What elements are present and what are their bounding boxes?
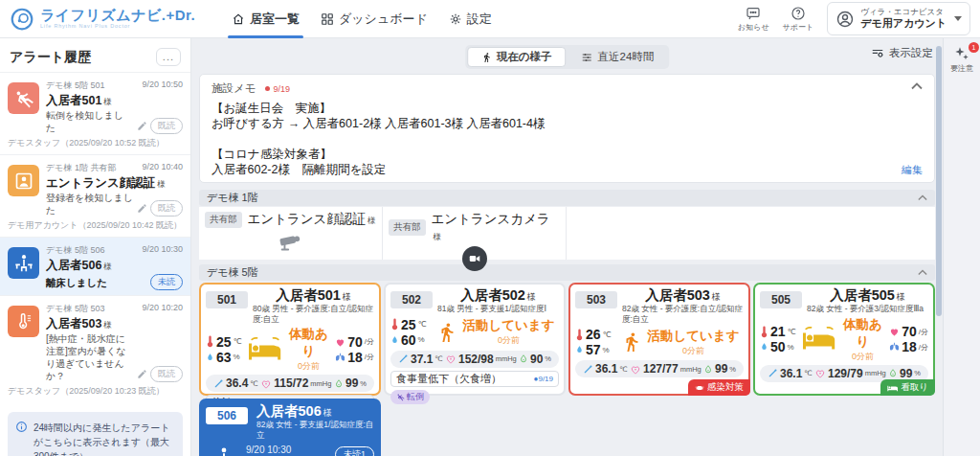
alert-more-button[interactable]: ...: [156, 48, 181, 66]
account-name: デモ用アカウント: [860, 17, 947, 31]
memo-title: 施設メモ: [212, 81, 256, 96]
activity-status: 体動あり: [287, 326, 330, 360]
bed-icon: [887, 384, 898, 392]
logo-subtitle: Life Rhythm Navi Plus Doctor: [40, 24, 195, 30]
user-circle-icon: [835, 10, 855, 29]
attention-button[interactable]: 1 要注意: [950, 46, 973, 74]
read-status-badge: 既読: [150, 118, 183, 134]
view-24h-button[interactable]: 直近24時間: [568, 47, 667, 67]
resident-profile: 82歳 女性 - 要支援1/認知症度:自立: [256, 420, 374, 440]
room-number-badge: 503: [575, 291, 617, 308]
resident-profile: 82歳 女性 - 要介護度:自立/認知症度:自立: [622, 304, 744, 324]
spo2-droplet-icon: [888, 368, 898, 378]
alert-item-face-entrance[interactable]: デモ棟 1階 共有部9/20 10:40 エントランス顔認証様 登録者を検知しま…: [0, 154, 190, 237]
info-circle-icon: [15, 421, 28, 456]
alert-location: デモ棟 5階 506: [46, 244, 104, 257]
walking-icon: [621, 329, 642, 355]
logo-title: ライフリズムナビ.+Dr.: [40, 8, 195, 22]
floor5-header: デモ棟 5階: [199, 264, 935, 281]
memo-date: 9/19: [274, 84, 291, 94]
pencil-icon[interactable]: [137, 121, 147, 131]
nav-settings[interactable]: 設定: [449, 0, 492, 38]
chevron-up-icon[interactable]: [918, 194, 927, 201]
heat-icon: [8, 306, 39, 337]
body-thermometer-icon: [583, 364, 593, 375]
heart-icon: [335, 337, 345, 347]
resident-profile: 81歳 男性 - 要支援1/認知症度Ⅰ: [437, 304, 559, 314]
lungs-icon: [889, 342, 900, 352]
support-button[interactable]: サポート: [783, 6, 814, 33]
resident-card-501[interactable]: 501 入居者501様 80歳 男性 - 要介護度:自立/認知症度:自立 25℃…: [199, 283, 381, 396]
bed-motion-icon: [248, 337, 282, 362]
alert-item-bedexit-506[interactable]: デモ棟 5階 5069/20 10:30 入居者506様 離床しました 未読: [0, 237, 190, 295]
memo-edit-link[interactable]: 編集: [902, 163, 923, 177]
chevron-up-icon[interactable]: [911, 82, 923, 90]
alert-item-fall-501[interactable]: デモ棟 5階 5019/20 10:50 入居者501様 転倒を検知しました 既…: [0, 72, 190, 154]
unread-status-badge: 未読: [150, 274, 183, 290]
pencil-icon[interactable]: [137, 369, 147, 379]
humidity-droplet-icon: [206, 352, 214, 363]
resident-card-505[interactable]: 505 入居者505様 82歳 女性 - 要介護3/認知症度Ⅲa 21℃ 50%: [753, 283, 935, 396]
chevron-up-icon[interactable]: [918, 269, 927, 276]
alert-location: デモ棟 5階 503: [46, 303, 104, 315]
spo2-droplet-icon: [703, 364, 713, 375]
blood-pressure-heart-icon: [260, 378, 272, 389]
resident-profile: 80歳 男性 - 要介護度:自立/認知症度:自立: [253, 304, 374, 324]
activity-time: 0分前: [462, 334, 554, 347]
lungs-icon: [335, 353, 345, 362]
memo-line: 入居者602-2様 隔離期間を設定: [212, 162, 923, 177]
top-bar: ライフリズムナビ.+Dr. Life Rhythm Navi Plus Doct…: [0, 0, 980, 38]
activity-time: 0分前: [287, 360, 330, 373]
display-settings-button[interactable]: 表示設定: [871, 46, 933, 60]
humidity-droplet-icon: [390, 334, 399, 346]
gear-icon: [449, 12, 462, 26]
dashboard-grid-icon: [321, 12, 334, 26]
chevron-down-icon: [954, 16, 962, 21]
memo-line: お呼びする方 → 入居者601-2様 入居者601-3様 入居者601-4様: [212, 116, 923, 131]
notifications-button[interactable]: お知らせ: [738, 6, 769, 33]
facility-memo-card: 施設メモ 9/19 【お誕生日会 実施】 お呼びする方 → 入居者601-2様 …: [199, 74, 935, 183]
common-area-card-face[interactable]: 共有部 エントランス顔認証様: [199, 207, 383, 260]
fall-risk-badge: 転倒: [390, 390, 430, 404]
alert-item-heat-503[interactable]: デモ棟 5階 5039/20 10:20 入居者503様 [熱中症・脱水症に注意…: [0, 295, 190, 402]
infection-control-tag: 感染対策: [688, 379, 750, 396]
common-area-card-camera[interactable]: 共有部 エントランスカメラ様: [383, 207, 567, 260]
activity-status: 活動しています: [462, 317, 554, 334]
face-recognition-icon: [8, 165, 39, 196]
alert-message: 離床しました: [46, 277, 107, 290]
alert-read-by: デモ用アカウント（2025/09/20 10:42 既読）: [8, 219, 183, 232]
humidity-droplet-icon: [760, 341, 768, 353]
resident-note[interactable]: 食事量低下（欠食増） ●9/19: [390, 371, 559, 387]
alert-time: 9/20 10:50: [142, 80, 183, 92]
room-number-badge: 502: [390, 291, 433, 308]
alert-time: 9/20 10:20: [142, 303, 183, 315]
pencil-icon[interactable]: [137, 203, 147, 214]
room-number-badge: 505: [760, 291, 802, 308]
alert-message: 転倒を検知しました: [46, 109, 133, 134]
vertical-scrollbar[interactable]: [936, 46, 942, 316]
attention-rail: 1 要注意: [943, 38, 980, 456]
nav-dashboard[interactable]: ダッシュボード: [321, 0, 428, 38]
home-icon: [232, 12, 245, 26]
walking-icon: [436, 319, 457, 346]
bed-exit-icon: [8, 247, 39, 279]
thermometer-icon: [760, 326, 768, 338]
resident-card-502[interactable]: 502 入居者502様 81歳 男性 - 要支援1/認知症度Ⅰ 25℃ 60%: [384, 283, 566, 396]
common-area-badge: 共有部: [205, 212, 242, 228]
activity-time: 0分前: [647, 345, 739, 357]
resident-card-506-alert[interactable]: 506 入居者506様 82歳 女性 - 要支援1/認知症度:自立 9/20 1…: [199, 399, 381, 456]
resident-card-503[interactable]: 503 入居者503様 82歳 女性 - 要介護度:自立/認知症度:自立 26℃…: [568, 283, 750, 396]
resident-profile: 82歳 女性 - 要介護3/認知症度Ⅲa: [807, 304, 928, 314]
memo-line: 【お誕生日会 実施】: [212, 101, 923, 116]
account-menu-button[interactable]: ヴィラ・エコナビスタ デモ用アカウント: [827, 2, 970, 34]
heart-icon: [889, 327, 900, 336]
view-current-button[interactable]: 現在の様子: [467, 47, 567, 67]
alert-location: デモ棟 5階 501: [46, 80, 104, 92]
timeline-icon: [581, 52, 592, 63]
common-area-badge: 共有部: [389, 219, 426, 236]
alert-history-title: アラート履歴: [10, 49, 91, 66]
bed-motion-icon: [802, 327, 836, 352]
main-content: 現在の様子 直近24時間 表示設定 施設メモ: [191, 38, 943, 456]
alert-message: 登録者を検知しました: [46, 192, 133, 217]
nav-room-list[interactable]: 居室一覧: [232, 0, 300, 38]
